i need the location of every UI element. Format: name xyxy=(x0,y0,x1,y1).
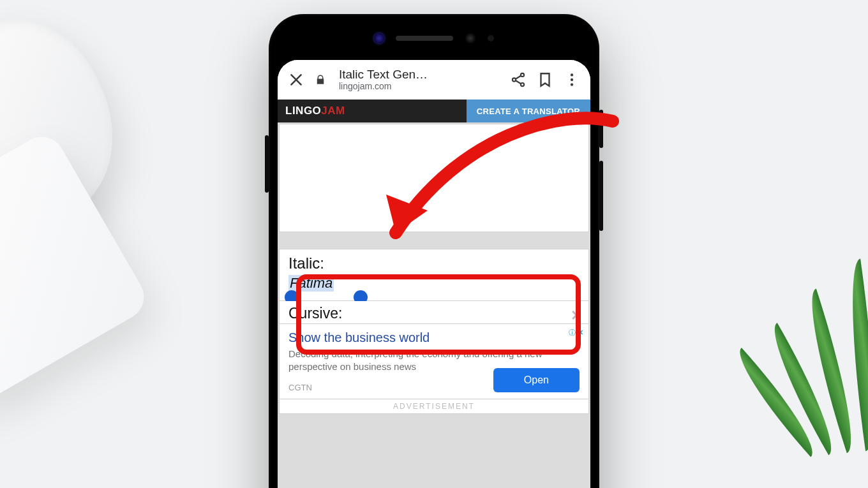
cursive-label: Cursive: xyxy=(288,305,580,322)
more-menu-icon[interactable] xyxy=(564,71,580,88)
page-content: Italic: Fatima Cursive: ✕ ⓘ ✕ Show the b… xyxy=(278,122,590,488)
lock-icon xyxy=(315,74,326,85)
earpiece-speaker xyxy=(396,36,453,41)
create-translator-button[interactable]: CREATE A TRANSLATOR xyxy=(467,100,590,122)
logo-text-a: LINGO xyxy=(285,105,321,117)
proximity-sensor-icon xyxy=(488,35,494,41)
source-text-input[interactable] xyxy=(279,124,589,232)
ad-info-icon[interactable]: ⓘ xyxy=(569,328,576,337)
italic-value: Fatima xyxy=(288,275,334,292)
site-header: LINGOJAM CREATE A TRANSLATOR xyxy=(278,100,590,122)
close-icon[interactable] xyxy=(288,71,304,88)
svg-point-7 xyxy=(571,73,573,76)
page-title: Italic Text Gen… xyxy=(339,68,500,82)
browser-toolbar: Italic Text Gen… lingojam.com xyxy=(278,60,590,100)
italic-result-box[interactable]: Italic: Fatima xyxy=(279,249,589,301)
ad-close-icon[interactable]: ✕ xyxy=(578,329,583,337)
ad-headline: Show the business world xyxy=(288,330,580,345)
svg-point-4 xyxy=(521,83,524,86)
advertisement-divider: ADVERTISEMENT xyxy=(279,399,589,414)
svg-point-3 xyxy=(513,78,516,81)
logo-text-b: JAM xyxy=(321,105,345,117)
italic-label: Italic: xyxy=(288,255,580,272)
share-icon[interactable] xyxy=(510,71,527,88)
svg-line-6 xyxy=(516,80,521,84)
ad-badge[interactable]: ⓘ ✕ xyxy=(569,328,583,337)
svg-line-5 xyxy=(516,76,521,79)
ad-dismiss-icon[interactable]: ✕ xyxy=(571,307,582,324)
page-url: lingojam.com xyxy=(339,82,500,91)
bookmark-icon[interactable] xyxy=(537,71,553,88)
cursive-result-box[interactable]: Cursive: ✕ xyxy=(279,301,589,324)
phone-device: Italic Text Gen… lingojam.com LINGOJAM C… xyxy=(269,14,599,488)
page-title-block[interactable]: Italic Text Gen… lingojam.com xyxy=(339,68,500,91)
svg-point-9 xyxy=(571,83,573,85)
ad-open-button[interactable]: Open xyxy=(493,368,580,392)
svg-point-8 xyxy=(571,78,573,81)
phone-screen: Italic Text Gen… lingojam.com LINGOJAM C… xyxy=(278,60,590,488)
svg-point-2 xyxy=(521,73,524,77)
advertisement[interactable]: ⓘ ✕ Show the business world Decoding dat… xyxy=(279,324,589,399)
desk-plant-prop xyxy=(791,182,868,450)
front-camera-icon xyxy=(465,33,476,44)
iris-scanner-icon xyxy=(374,33,384,43)
lingojam-logo[interactable]: LINGOJAM xyxy=(278,100,353,122)
